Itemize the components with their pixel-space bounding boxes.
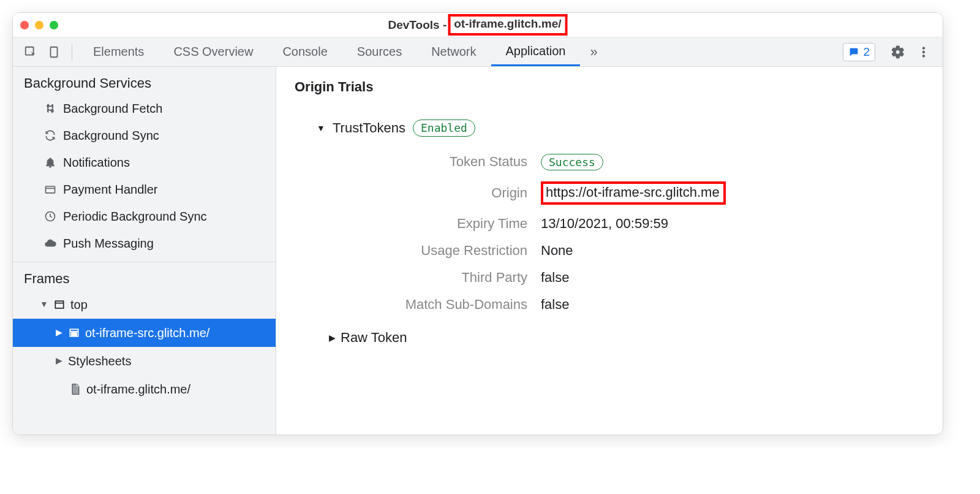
chevron-right-icon: ▶ [329, 333, 336, 343]
sidebar-item-push-messaging[interactable]: Push Messaging [13, 230, 276, 257]
window-icon [53, 298, 66, 311]
chevron-right-icon: » [590, 44, 597, 60]
row-third-party: Third Party false [344, 270, 924, 286]
window-title-url: ot-iframe.glitch.me/ [448, 14, 567, 36]
token-status-badge: Success [541, 154, 603, 171]
issues-button[interactable]: 2 [843, 43, 875, 61]
application-sidebar: Background Services Background Fetch Bac… [13, 67, 276, 435]
row-origin: Origin https://ot-iframe-src.glitch.me [344, 181, 924, 205]
field-value: 13/10/2021, 00:59:59 [541, 216, 668, 232]
frame-label: top [70, 294, 88, 315]
field-key: Token Status [344, 154, 527, 170]
row-token-status: Token Status Success [344, 154, 924, 171]
field-value-origin: https://ot-iframe-src.glitch.me [541, 181, 726, 205]
sidebar-item-periodic-sync[interactable]: Periodic Background Sync [13, 203, 276, 230]
trial-header[interactable]: ▼ TrustTokens Enabled [317, 120, 924, 137]
row-usage: Usage Restriction None [344, 243, 924, 259]
iframe-icon [68, 327, 80, 339]
card-icon [43, 183, 57, 196]
close-window-button[interactable] [20, 21, 29, 29]
raw-token-label: Raw Token [341, 330, 407, 346]
maximize-window-button[interactable] [50, 21, 58, 29]
row-expiry: Expiry Time 13/10/2021, 00:59:59 [344, 216, 924, 232]
tab-network[interactable]: Network [417, 37, 491, 66]
tab-sources[interactable]: Sources [342, 37, 417, 66]
tab-label: Application [506, 44, 566, 58]
minimize-window-button[interactable] [35, 21, 43, 29]
tab-console[interactable]: Console [268, 37, 342, 66]
chevron-right-icon: ▶ [55, 354, 63, 368]
field-value: false [541, 297, 569, 313]
sidebar-item-label: Background Sync [63, 126, 159, 145]
devtools-toolbar: Elements CSS Overview Console Sources Ne… [13, 37, 943, 67]
tab-css-overview[interactable]: CSS Overview [159, 37, 268, 66]
row-match-sub: Match Sub-Domains false [344, 297, 924, 313]
svg-rect-12 [72, 332, 77, 335]
field-key: Match Sub-Domains [344, 297, 527, 313]
more-tabs-button[interactable]: » [580, 37, 607, 66]
sidebar-item-background-fetch[interactable]: Background Fetch [13, 95, 276, 122]
svg-rect-5 [46, 186, 55, 193]
field-value: Success [541, 154, 603, 171]
issues-count: 2 [863, 45, 870, 59]
tab-label: Sources [357, 45, 402, 59]
sidebar-item-label: Periodic Background Sync [63, 207, 207, 226]
device-toggle-icon[interactable] [42, 40, 66, 64]
message-icon [848, 47, 859, 58]
field-key: Usage Restriction [344, 243, 527, 259]
frame-iframe-src[interactable]: ▶ ot-iframe-src.glitch.me/ [13, 319, 276, 347]
chevron-right-icon: ▶ [55, 325, 63, 340]
tab-label: Console [282, 45, 327, 59]
gear-icon [891, 45, 905, 59]
sidebar-item-label: Payment Handler [63, 180, 158, 199]
sidebar-item-label: Push Messaging [63, 234, 154, 253]
more-menu-button[interactable] [913, 42, 934, 63]
panel-heading: Origin Trials [295, 79, 924, 95]
panel-body: Background Services Background Fetch Bac… [13, 67, 943, 435]
trial-details: Token Status Success Origin https://ot-i… [344, 154, 924, 313]
tab-elements[interactable]: Elements [78, 37, 159, 66]
devtools-window: DevTools - ot-iframe.glitch.me/ Elements… [12, 12, 943, 435]
trial-name: TrustTokens [333, 120, 405, 136]
inspect-element-icon[interactable] [19, 40, 42, 64]
title-bar: DevTools - ot-iframe.glitch.me/ [13, 13, 943, 37]
svg-point-4 [922, 55, 925, 57]
kebab-icon [917, 45, 930, 59]
tab-label: Network [431, 45, 476, 59]
sidebar-item-label: Background Fetch [63, 99, 162, 118]
document-icon [69, 383, 81, 395]
field-key: Third Party [344, 270, 527, 286]
field-key: Origin [344, 185, 527, 201]
sidebar-item-label: Notifications [63, 153, 130, 172]
toolbar-separator [72, 44, 72, 60]
frame-stylesheets[interactable]: ▶ Stylesheets [13, 347, 276, 375]
panel-tabs: Elements CSS Overview Console Sources Ne… [78, 37, 608, 66]
field-value: false [541, 270, 569, 286]
sidebar-item-payment-handler[interactable]: Payment Handler [13, 176, 276, 203]
field-value: None [541, 243, 573, 259]
tab-label: CSS Overview [173, 45, 253, 59]
fetch-icon [43, 102, 57, 115]
frame-document[interactable]: ot-iframe.glitch.me/ [13, 375, 276, 403]
frame-label: Stylesheets [68, 351, 131, 371]
settings-button[interactable] [888, 42, 908, 63]
sidebar-item-notifications[interactable]: Notifications [13, 149, 276, 176]
tab-application[interactable]: Application [491, 37, 581, 66]
frame-label: ot-iframe-src.glitch.me/ [85, 322, 209, 343]
frame-label: ot-iframe.glitch.me/ [86, 379, 190, 400]
chevron-down-icon: ▼ [317, 123, 325, 133]
sidebar-item-background-sync[interactable]: Background Sync [13, 122, 276, 149]
origin-trials-panel: Origin Trials ▼ TrustTokens Enabled Toke… [276, 67, 943, 435]
bell-icon [43, 156, 57, 169]
svg-rect-8 [55, 301, 63, 308]
section-background-services: Background Services [13, 67, 276, 95]
frame-top[interactable]: ▼ top [13, 291, 276, 319]
clock-icon [43, 210, 57, 223]
tab-label: Elements [93, 45, 144, 59]
window-title-prefix: DevTools - [388, 18, 447, 32]
sync-icon [43, 129, 57, 142]
trial-status-badge: Enabled [413, 120, 475, 137]
raw-token-toggle[interactable]: ▶ Raw Token [329, 330, 924, 346]
chevron-down-icon: ▼ [40, 297, 48, 312]
cloud-icon [43, 237, 57, 250]
